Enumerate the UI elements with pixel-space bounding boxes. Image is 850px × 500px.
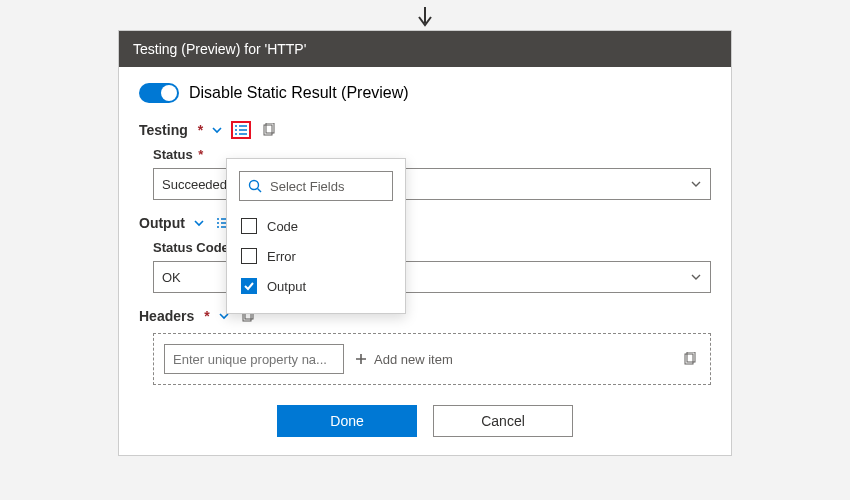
- status-value: Succeeded: [162, 177, 227, 192]
- toggle-knob: [161, 85, 177, 101]
- option-label: Code: [267, 219, 298, 234]
- add-new-item-button[interactable]: Add new item: [354, 352, 453, 367]
- option-label: Error: [267, 249, 296, 264]
- select-fields-popover: Select Fields Code Error Output: [226, 158, 406, 314]
- chevron-down-icon[interactable]: [211, 124, 223, 136]
- svg-point-8: [250, 181, 259, 190]
- output-section-row: Output: [139, 214, 711, 232]
- add-item-label: Add new item: [374, 352, 453, 367]
- select-fields-icon[interactable]: [231, 121, 251, 139]
- checkbox-unchecked: [241, 218, 257, 234]
- toggle-label: Disable Static Result (Preview): [189, 84, 409, 102]
- copy-icon[interactable]: [680, 350, 700, 368]
- search-icon: [248, 179, 262, 193]
- panel-title: Testing (Preview) for 'HTTP': [119, 31, 731, 67]
- status-code-value: OK: [162, 270, 181, 285]
- field-option-code[interactable]: Code: [239, 211, 393, 241]
- chevron-down-icon[interactable]: [193, 217, 205, 229]
- required-asterisk: *: [204, 308, 209, 324]
- search-placeholder: Select Fields: [270, 179, 344, 194]
- property-name-input[interactable]: [164, 344, 344, 374]
- field-option-output[interactable]: Output: [239, 271, 393, 301]
- copy-icon[interactable]: [259, 121, 279, 139]
- button-row: Done Cancel: [139, 405, 711, 437]
- select-fields-search[interactable]: Select Fields: [239, 171, 393, 201]
- done-button[interactable]: Done: [277, 405, 417, 437]
- checkbox-unchecked: [241, 248, 257, 264]
- arrow-down-icon: [416, 5, 434, 29]
- headers-box: Add new item: [153, 333, 711, 385]
- option-label: Output: [267, 279, 306, 294]
- testing-panel: Testing (Preview) for 'HTTP' Disable Sta…: [118, 30, 732, 456]
- chevron-down-icon: [690, 178, 702, 190]
- output-label: Output: [139, 215, 185, 231]
- check-icon: [243, 280, 255, 292]
- testing-section-row: Testing*: [139, 121, 711, 139]
- toggle-row: Disable Static Result (Preview): [139, 83, 711, 103]
- testing-label: Testing: [139, 122, 188, 138]
- plus-icon: [354, 352, 368, 366]
- headers-label: Headers: [139, 308, 194, 324]
- disable-static-result-toggle[interactable]: [139, 83, 179, 103]
- cancel-button[interactable]: Cancel: [433, 405, 573, 437]
- panel-body: Disable Static Result (Preview) Testing*…: [119, 67, 731, 455]
- field-option-error[interactable]: Error: [239, 241, 393, 271]
- headers-section-row: Headers*: [139, 307, 711, 325]
- required-asterisk: *: [198, 122, 203, 138]
- checkbox-checked: [241, 278, 257, 294]
- chevron-down-icon: [690, 271, 702, 283]
